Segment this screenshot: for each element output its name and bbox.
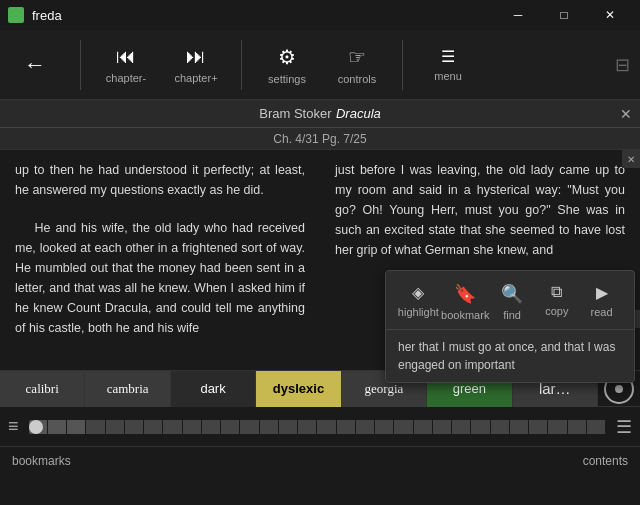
toc-icon[interactable]: ☰ xyxy=(616,416,632,438)
controls-label: controls xyxy=(338,73,377,85)
read-label: read xyxy=(591,306,613,318)
highlight-action[interactable]: ◈ highlight xyxy=(396,283,440,321)
highlight-label: highlight xyxy=(398,306,439,318)
side-btn-1[interactable]: ✕ xyxy=(622,150,640,168)
controls-button[interactable]: ☞ controls xyxy=(332,45,382,85)
reading-area: up to then he had understood it perfectl… xyxy=(0,150,640,370)
title-bar-controls: ─ □ ✕ xyxy=(496,0,632,30)
back-icon: ← xyxy=(24,52,46,78)
menu-icon: ☰ xyxy=(441,47,455,66)
read-icon: ▶ xyxy=(596,283,608,302)
font-dark-option[interactable]: dark xyxy=(171,371,256,407)
font-calibri-option[interactable]: calibri xyxy=(0,371,85,407)
maximize-button[interactable]: □ xyxy=(542,0,586,30)
title-bar-left: freda xyxy=(8,7,62,23)
left-text-2: He and his wife, the old lady who had re… xyxy=(15,218,305,338)
toolbar-sep-1 xyxy=(80,40,81,90)
chapter-next-label: chapter+ xyxy=(174,72,217,84)
copy-icon: ⧉ xyxy=(551,283,562,301)
chapter-title: Dracula xyxy=(336,106,381,121)
chapter-prev-icon: ⏮ xyxy=(116,45,136,68)
read-action[interactable]: ▶ read xyxy=(580,283,624,321)
menu-label: menu xyxy=(434,70,462,82)
chapter-prev-button[interactable]: ⏮ chapter- xyxy=(101,45,151,84)
context-menu: ◈ highlight 🔖 bookmark 🔍 find ⧉ copy ▶ xyxy=(385,270,635,370)
close-button[interactable]: ✕ xyxy=(588,0,632,30)
list-icon[interactable]: ≡ xyxy=(8,416,19,437)
settings-button[interactable]: ⚙ settings xyxy=(262,45,312,85)
context-menu-content: her that I must go at once, and that I w… xyxy=(386,330,634,370)
font-cambria-option[interactable]: cambria xyxy=(85,371,170,407)
chapter-info: Ch. 4/31 Pg. 7/25 xyxy=(0,128,640,150)
bookmark-action[interactable]: 🔖 bookmark xyxy=(441,283,489,321)
left-text: up to then he had understood it perfectl… xyxy=(15,160,305,200)
page-right: just before I was leaving, the old lady … xyxy=(320,150,640,370)
find-icon: 🔍 xyxy=(501,283,523,305)
chapter-page-info: Ch. 4/31 Pg. 7/25 xyxy=(273,132,366,146)
highlight-icon: ◈ xyxy=(412,283,424,302)
chapter-next-button[interactable]: ⏭ chapter+ xyxy=(171,45,221,84)
copy-label: copy xyxy=(545,305,568,317)
app-name: freda xyxy=(32,8,62,23)
chapter-prev-label: chapter- xyxy=(106,72,146,84)
toolbar-sep-3 xyxy=(402,40,403,90)
settings-label: settings xyxy=(268,73,306,85)
chapter-close-button[interactable]: ✕ xyxy=(620,106,632,122)
chapter-bar: Bram Stoker Dracula ✕ xyxy=(0,100,640,128)
find-action[interactable]: 🔍 find xyxy=(490,283,534,321)
app-icon xyxy=(8,7,24,23)
toolbar-sep-2 xyxy=(241,40,242,90)
bottom-bar: ≡ ☰ xyxy=(0,406,640,446)
context-menu-actions: ◈ highlight 🔖 bookmark 🔍 find ⧉ copy ▶ xyxy=(386,271,634,330)
progress-thumb[interactable] xyxy=(29,420,43,434)
page-left: up to then he had understood it perfectl… xyxy=(0,150,320,370)
menu-button[interactable]: ☰ menu xyxy=(423,47,473,82)
toolbar: ← ⏮ chapter- ⏭ chapter+ ⚙ settings ☞ con… xyxy=(0,30,640,100)
contents-link[interactable]: contents xyxy=(583,454,628,468)
bookmark-label: bookmark xyxy=(441,309,489,321)
chapter-next-icon: ⏭ xyxy=(186,45,206,68)
settings-icon: ⚙ xyxy=(278,45,296,69)
footer: bookmarks contents xyxy=(0,446,640,474)
copy-action[interactable]: ⧉ copy xyxy=(535,283,579,321)
right-text-1: just before I was leaving, the old lady … xyxy=(335,160,625,260)
back-button[interactable]: ← xyxy=(10,52,60,78)
chapter-author: Bram Stoker xyxy=(259,106,331,121)
minimize-button[interactable]: ─ xyxy=(496,0,540,30)
font-dyslexic-option[interactable]: dyslexic xyxy=(256,371,341,407)
bookmarks-link[interactable]: bookmarks xyxy=(12,454,71,468)
controls-icon: ☞ xyxy=(348,45,366,69)
title-bar: freda ─ □ ✕ xyxy=(0,0,640,30)
sidebar-toggle-icon[interactable]: ⊟ xyxy=(615,54,630,76)
bookmark-icon: 🔖 xyxy=(454,283,476,305)
find-label: find xyxy=(503,309,521,321)
progress-bar[interactable] xyxy=(29,420,606,434)
